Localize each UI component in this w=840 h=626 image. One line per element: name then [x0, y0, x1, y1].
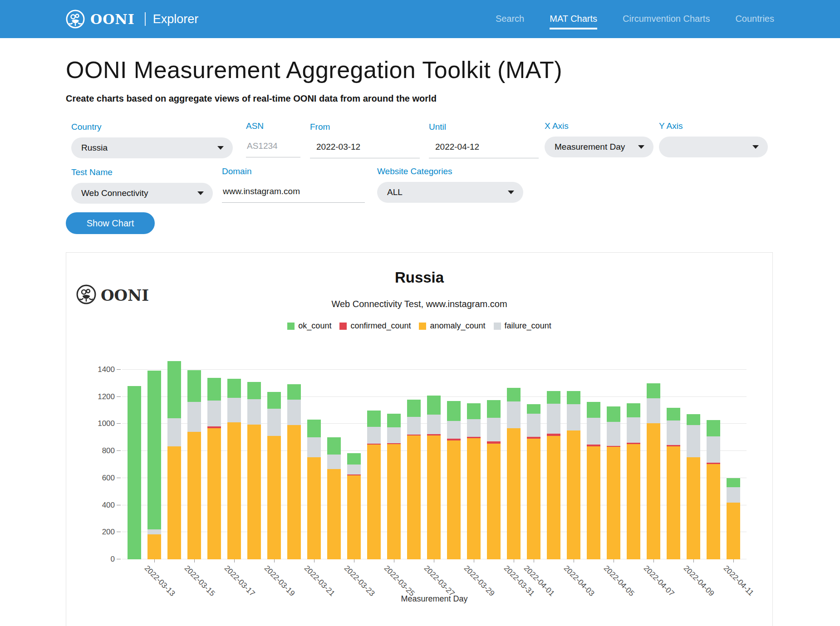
segment-ok_count: [727, 478, 740, 487]
segment-anomaly_count: [407, 435, 421, 559]
segment-ok_count: [407, 400, 421, 417]
bar-2022-03-12[interactable]: [128, 386, 141, 559]
bar-2022-03-16[interactable]: [207, 378, 221, 559]
segment-failure_count: [627, 417, 640, 443]
bar-2022-04-07[interactable]: [647, 383, 660, 559]
show-chart-button[interactable]: Show Chart: [66, 212, 155, 234]
segment-failure_count: [347, 465, 361, 474]
domain-input[interactable]: [222, 182, 365, 203]
bar-2022-03-31[interactable]: [507, 388, 521, 559]
top-navbar: OONI Explorer Search MAT Charts Circumve…: [0, 0, 840, 38]
bar-2022-03-18[interactable]: [247, 382, 261, 559]
test-name-select[interactable]: Web Connectivity: [71, 183, 213, 204]
nav-search[interactable]: Search: [496, 9, 524, 29]
segment-anomaly_count: [387, 444, 401, 559]
x-tick-label: 2022-04-07: [642, 564, 676, 598]
website-categories-select[interactable]: ALL: [377, 182, 523, 203]
bar-2022-03-24[interactable]: [367, 411, 381, 559]
segment-failure_count: [267, 409, 281, 436]
segment-ok_count: [128, 386, 141, 559]
legend-item-ok_count: ok_count: [287, 321, 331, 331]
bar-2022-03-26[interactable]: [407, 400, 421, 559]
nav-countries[interactable]: Countries: [735, 9, 774, 29]
segment-ok_count: [667, 408, 680, 421]
bar-2022-03-17[interactable]: [227, 379, 241, 559]
bar-2022-04-04[interactable]: [587, 402, 600, 559]
bar-2022-03-28[interactable]: [447, 401, 461, 559]
segment-anomaly_count: [487, 444, 501, 559]
nav-mat-charts[interactable]: MAT Charts: [550, 9, 597, 29]
chevron-down-icon: [217, 146, 224, 150]
segment-failure_count: [387, 427, 401, 443]
y-tick: [117, 450, 121, 451]
bar-2022-03-15[interactable]: [187, 370, 201, 559]
country-select[interactable]: Russia: [71, 137, 233, 158]
segment-failure_count: [287, 400, 301, 425]
segment-anomaly_count: [467, 438, 481, 559]
bar-2022-04-10[interactable]: [707, 420, 720, 559]
from-date-input[interactable]: [310, 137, 420, 158]
segment-failure_count: [227, 398, 241, 422]
bar-2022-04-05[interactable]: [607, 406, 620, 559]
bar-2022-04-02[interactable]: [547, 391, 560, 559]
y-tick: [117, 532, 121, 532]
segment-ok_count: [627, 403, 640, 417]
country-value: Russia: [81, 143, 108, 153]
bar-2022-03-29[interactable]: [467, 403, 481, 559]
segment-anomaly_count: [287, 425, 301, 559]
segment-anomaly_count: [607, 447, 620, 559]
y-tick: [117, 505, 121, 505]
bar-2022-03-27[interactable]: [427, 396, 441, 559]
y-tick: [117, 478, 121, 478]
bar-2022-03-30[interactable]: [487, 400, 501, 559]
segment-anomaly_count: [647, 423, 660, 559]
y-axis-select[interactable]: [659, 137, 768, 157]
bar-2022-04-11[interactable]: [727, 478, 740, 559]
test-name-value: Web Connectivity: [81, 188, 148, 198]
x-tick-label: 2022-04-11: [722, 564, 756, 598]
bar-2022-03-22[interactable]: [327, 437, 341, 559]
x-tick: [693, 559, 694, 562]
bar-2022-03-21[interactable]: [307, 420, 321, 559]
x-tick-label: 2022-03-17: [222, 564, 257, 598]
asn-input[interactable]: [246, 137, 300, 157]
brand-divider: [145, 12, 146, 26]
nav-circumvention-charts[interactable]: Circumvention Charts: [623, 9, 710, 29]
domain-field: Domain: [222, 166, 365, 203]
bar-2022-04-01[interactable]: [527, 404, 540, 559]
bar-2022-03-20[interactable]: [287, 384, 301, 559]
legend-item-confirmed_count: confirmed_count: [339, 321, 411, 331]
bar-2022-03-23[interactable]: [347, 453, 361, 559]
segment-anomaly_count: [507, 428, 521, 559]
bar-2022-04-06[interactable]: [627, 403, 640, 559]
bar-2022-04-09[interactable]: [687, 414, 700, 559]
segment-ok_count: [687, 414, 700, 425]
segment-failure_count: [647, 398, 660, 423]
website-categories-label: Website Categories: [377, 166, 523, 176]
until-date-input[interactable]: [429, 137, 539, 158]
bar-2022-04-03[interactable]: [567, 391, 580, 559]
segment-ok_count: [327, 437, 341, 455]
bar-2022-03-14[interactable]: [167, 361, 181, 559]
legend-label: ok_count: [298, 321, 331, 331]
legend-swatch: [419, 323, 426, 330]
x-axis-select[interactable]: Measurement Day: [545, 137, 653, 157]
legend-swatch: [287, 323, 295, 330]
segment-anomaly_count: [167, 446, 181, 559]
ooni-explorer-logo[interactable]: OONI Explorer: [66, 10, 198, 29]
chart-legend: ok_countconfirmed_countanomaly_countfail…: [66, 321, 772, 331]
segment-ok_count: [167, 361, 181, 418]
segment-failure_count: [567, 404, 580, 430]
bar-2022-04-08[interactable]: [667, 408, 680, 559]
segment-anomaly_count: [527, 439, 540, 559]
brand-subtext: Explorer: [153, 12, 199, 26]
from-field: From: [310, 122, 420, 158]
segment-anomaly_count: [567, 430, 580, 559]
bar-2022-03-19[interactable]: [267, 392, 281, 559]
y-axis-label: Y Axis: [659, 121, 768, 131]
x-tick-label: 2022-03-15: [182, 564, 217, 598]
bar-2022-03-13[interactable]: [147, 371, 161, 559]
x-axis-title: Measurement Day: [122, 594, 747, 604]
segment-failure_count: [447, 421, 461, 439]
bar-2022-03-25[interactable]: [387, 414, 401, 559]
